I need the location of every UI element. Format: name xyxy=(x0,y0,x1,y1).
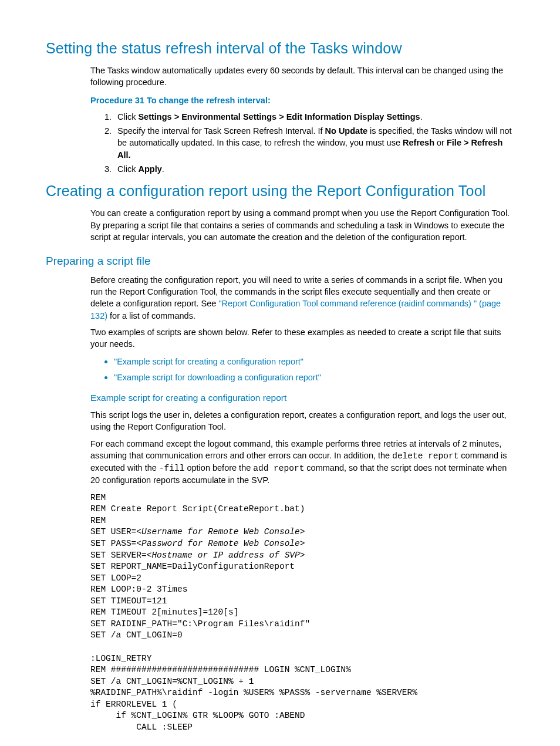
step2-noupdate: No Update xyxy=(325,126,368,136)
example-p2: For each command except the logout comma… xyxy=(90,438,514,487)
prep-p1: Before creating the configuration report… xyxy=(90,274,514,322)
code-fill: -fill xyxy=(159,464,185,473)
link-example-create[interactable]: "Example script for creating a configura… xyxy=(114,355,514,367)
step1-bold: Settings > Environmental Settings > Edit… xyxy=(138,112,420,121)
example-links-list: "Example script for creating a configura… xyxy=(90,355,514,384)
heading-creating-report: Creating a configuration report using th… xyxy=(46,181,514,201)
step-2: Specify the interval for Task Screen Ref… xyxy=(114,125,514,161)
step2-e: or xyxy=(434,138,447,147)
prep-p2: Two examples of scripts are shown below.… xyxy=(90,326,514,350)
prep-p1-b: for a list of commands. xyxy=(107,311,195,320)
heading-preparing-script: Preparing a script file xyxy=(46,254,514,269)
step2-a: Specify the interval for Task Screen Ref… xyxy=(117,126,325,136)
heading-example-create: Example script for creating a configurat… xyxy=(90,391,514,404)
section1-intro: The Tasks window automatically updates e… xyxy=(90,65,514,89)
procedure-title: Procedure 31 To change the refresh inter… xyxy=(90,94,514,106)
step3-apply: Apply xyxy=(138,164,161,174)
step-3: Click Apply. xyxy=(114,163,514,175)
link-example-download[interactable]: "Example script for downloading a config… xyxy=(114,371,514,383)
ex-p2-c: option before the xyxy=(184,463,253,472)
code-add-report: add report xyxy=(253,464,304,473)
step3-c: . xyxy=(162,164,164,174)
step1-text-c: . xyxy=(420,112,423,121)
step2-refresh: Refresh xyxy=(403,138,434,147)
step-1: Click Settings > Environmental Settings … xyxy=(114,111,514,123)
procedure-steps: Click Settings > Environmental Settings … xyxy=(102,111,514,175)
section2-para: You can create a configuration report by… xyxy=(90,207,514,243)
example-p1: This script logs the user in, deletes a … xyxy=(90,409,514,433)
step1-text-a: Click xyxy=(117,112,138,121)
heading-setting-refresh: Setting the status refresh interval of t… xyxy=(46,38,514,59)
script-block: REM REM Create Report Script(CreateRepor… xyxy=(90,492,514,734)
code-delete-report: delete report xyxy=(392,451,458,461)
step3-a: Click xyxy=(117,164,138,174)
